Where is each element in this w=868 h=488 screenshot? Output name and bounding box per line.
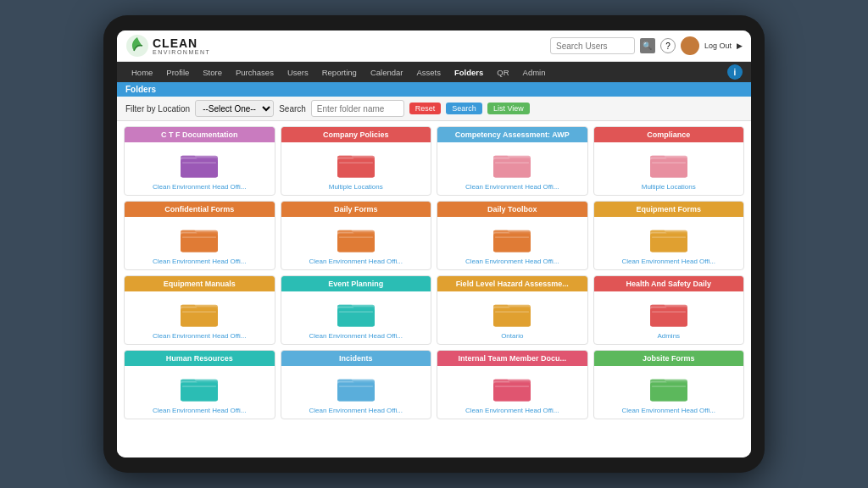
nav-admin[interactable]: Admin (517, 62, 552, 82)
search-label: Search (279, 104, 306, 114)
folder-card[interactable]: Internal Team Member Docu... Clean Envir… (437, 350, 588, 419)
folder-title: Jobsite Forms (594, 351, 744, 366)
folder-card[interactable]: Field Level Hazard Assessme... Ontario (437, 275, 588, 345)
folders-grid: C T F Documentation Clean Environment He… (124, 126, 744, 419)
info-button[interactable]: i (727, 64, 743, 80)
folder-card[interactable]: Daily Toolbox Clean Environment Head Off… (437, 201, 588, 270)
header: CLEAN ENVIRONMENT 🔍 ? Log Out ▶ (117, 30, 751, 62)
folder-location[interactable]: Clean Environment Head Offi... (149, 405, 250, 419)
avatar[interactable] (681, 36, 699, 55)
folder-card[interactable]: Competency Assessment: AWP Clean Environ… (437, 126, 588, 196)
logout-button[interactable]: Log Out (704, 42, 732, 50)
folder-location[interactable]: Clean Environment Head Offi... (462, 405, 563, 419)
folder-location[interactable]: Clean Environment Head Offi... (305, 256, 406, 269)
folder-location[interactable]: Clean Environment Head Offi... (305, 405, 406, 419)
folder-icon (181, 366, 218, 405)
folder-card[interactable]: Equipment Forms Clean Environment Head O… (593, 201, 745, 270)
nav-assets[interactable]: Assets (410, 62, 447, 82)
location-select[interactable]: --Select One-- (195, 100, 274, 117)
svg-rect-63 (650, 383, 687, 402)
nav-profile[interactable]: Profile (160, 62, 195, 82)
folder-location[interactable]: Clean Environment Head Offi... (618, 405, 719, 419)
nav-purchases[interactable]: Purchases (230, 62, 280, 82)
svg-rect-36 (182, 311, 216, 313)
folder-title: Human Resources (125, 351, 275, 366)
search-submit-button[interactable]: 🔍 (640, 38, 655, 53)
svg-rect-28 (495, 236, 529, 238)
listview-button[interactable]: List View (487, 103, 530, 114)
folder-icon (650, 142, 687, 181)
folder-location[interactable]: Ontario (498, 330, 526, 344)
folder-location[interactable]: Admins (654, 330, 683, 344)
svg-rect-27 (493, 234, 531, 252)
svg-rect-39 (337, 308, 375, 327)
folder-icon (493, 217, 531, 256)
search-button[interactable]: Search (446, 103, 482, 114)
folder-icon (650, 366, 687, 405)
folder-card[interactable]: Incidents Clean Environment Head Offi... (281, 350, 432, 419)
svg-rect-4 (182, 162, 216, 164)
folder-location[interactable]: Clean Environment Head Offi... (149, 330, 250, 344)
folder-title: Event Planning (281, 276, 431, 291)
svg-rect-31 (650, 234, 687, 252)
folder-title: Compliance (594, 127, 744, 142)
folder-card[interactable]: C T F Documentation Clean Environment He… (124, 126, 275, 196)
folder-card[interactable]: Event Planning Clean Environment Head Of… (281, 275, 432, 345)
folder-card[interactable]: Equipment Manuals Clean Environment Head… (124, 275, 275, 345)
nav-reporting[interactable]: Reporting (316, 62, 363, 82)
nav-qr[interactable]: QR (491, 62, 515, 82)
folders-area: C T F Documentation Clean Environment He… (117, 121, 751, 458)
help-button[interactable]: ? (660, 38, 676, 53)
svg-rect-40 (339, 311, 373, 313)
folder-location[interactable]: Multiple Locations (326, 181, 387, 195)
svg-rect-59 (493, 383, 531, 402)
folder-icon (181, 142, 218, 181)
folder-card[interactable]: Health And Safety Daily Admins (593, 275, 745, 345)
folder-card[interactable]: Jobsite Forms Clean Environment Head Off… (593, 350, 745, 419)
folder-title: Daily Forms (281, 202, 431, 217)
folder-title: Company Policies (281, 127, 431, 142)
breadcrumb-label: Folders (125, 85, 156, 94)
folder-icon (181, 217, 218, 256)
svg-rect-32 (652, 236, 686, 238)
nav-folders[interactable]: Folders (448, 62, 489, 82)
svg-rect-64 (652, 385, 686, 387)
folder-title: Field Level Hazard Assessme... (437, 276, 587, 291)
svg-rect-44 (495, 311, 529, 313)
folder-icon (337, 217, 375, 256)
folder-location[interactable]: Clean Environment Head Offi... (149, 256, 250, 269)
folder-card[interactable]: Compliance Multiple Locations (593, 126, 745, 196)
search-users-input[interactable] (550, 37, 635, 54)
svg-rect-7 (337, 159, 375, 178)
logo-clean-label: CLEAN (153, 37, 210, 49)
folder-card[interactable]: Confidential Forms Clean Environment Hea… (124, 201, 275, 270)
folder-search-input[interactable] (311, 100, 404, 117)
filter-label: Filter by Location (125, 104, 190, 114)
folder-location[interactable]: Multiple Locations (638, 181, 699, 195)
folder-card[interactable]: Company Policies Multiple Locations (281, 126, 432, 196)
svg-rect-12 (495, 162, 529, 164)
folder-card[interactable]: Daily Forms Clean Environment Head Offi.… (281, 201, 432, 270)
nav-home[interactable]: Home (125, 62, 159, 82)
folder-title: Health And Safety Daily (594, 276, 744, 291)
svg-rect-24 (339, 236, 373, 238)
reset-button[interactable]: Reset (409, 103, 442, 114)
svg-rect-3 (181, 159, 218, 178)
folder-location[interactable]: Clean Environment Head Offi... (149, 181, 250, 195)
svg-rect-55 (337, 383, 375, 402)
nav-calendar[interactable]: Calendar (364, 62, 409, 82)
logo-env-label: ENVIRONMENT (153, 49, 210, 55)
nav-store[interactable]: Store (197, 62, 228, 82)
nav-users[interactable]: Users (281, 62, 314, 82)
folder-location[interactable]: Clean Environment Head Offi... (462, 256, 563, 269)
logo-text: CLEAN ENVIRONMENT (153, 37, 210, 55)
folder-location[interactable]: Clean Environment Head Offi... (462, 181, 563, 195)
folder-icon (337, 366, 375, 405)
svg-rect-15 (650, 159, 687, 178)
folder-icon (181, 291, 218, 330)
folder-card[interactable]: Human Resources Clean Environment Head O… (124, 350, 275, 419)
folder-icon (650, 291, 687, 330)
folder-location[interactable]: Clean Environment Head Offi... (305, 330, 406, 344)
folder-title: Equipment Forms (594, 202, 744, 217)
folder-location[interactable]: Clean Environment Head Offi... (618, 256, 719, 269)
